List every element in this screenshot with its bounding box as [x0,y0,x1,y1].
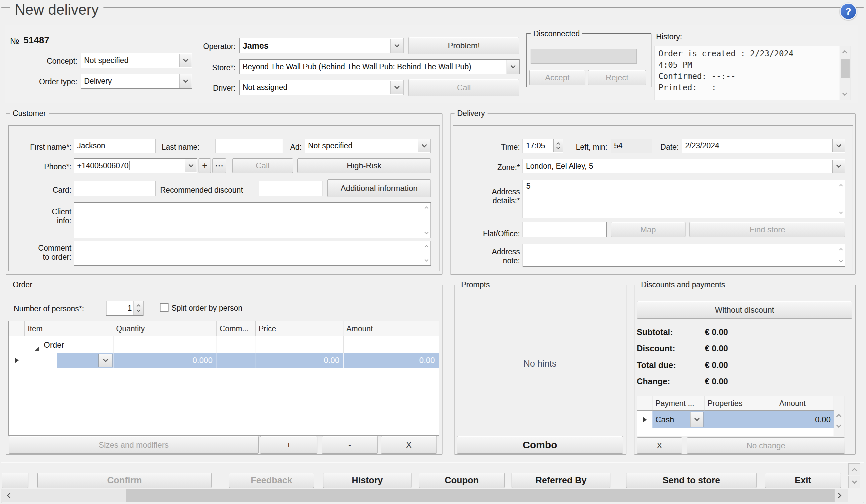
no-change-button[interactable]: No change [687,437,845,454]
order-col-quantity[interactable]: Quantity [113,321,216,336]
card-field[interactable] [74,181,156,196]
form-scroll-up[interactable] [848,463,860,476]
send-to-store-button[interactable]: Send to store [626,473,756,488]
store-select[interactable]: Beyond The Wall Pub (Behind The Wall Pub… [239,59,520,75]
persons-spinner[interactable]: 1 [106,301,144,316]
first-name-field[interactable]: Jackson [74,139,156,153]
scroll-up-icon[interactable] [842,50,848,56]
time-spinner[interactable]: 17:05 [523,139,563,153]
row-selector[interactable] [9,353,25,368]
history-scroll-thumb[interactable] [841,59,850,78]
partial-button[interactable] [2,473,29,488]
order-type-select[interactable]: Delivery [81,74,192,89]
price-cell[interactable]: 0.00 [256,353,343,368]
chevron-down-icon[interactable] [418,139,430,152]
sizes-modifiers-button[interactable]: Sizes and modifiers [9,436,259,454]
spinner-icons[interactable] [553,139,563,152]
chevron-down-icon[interactable] [507,60,519,74]
without-discount-button[interactable]: Without discount [637,301,852,319]
split-order-checkbox[interactable] [160,303,168,312]
map-button[interactable]: Map [611,222,686,237]
more-phone-button[interactable]: ⋯ [212,158,226,173]
scroll-down-icon[interactable] [842,91,848,96]
payment-properties-cell[interactable] [704,411,776,428]
payment-row-selector[interactable] [637,411,653,428]
chevron-down-icon[interactable] [185,159,197,172]
driver-call-button[interactable]: Call [409,79,519,96]
payment-col-method[interactable]: Payment ... [652,396,704,411]
concept-label: Concept: [20,57,77,66]
date-select[interactable]: 2/23/2024 [682,139,845,153]
recommended-discount-field[interactable] [259,181,322,196]
customer-legend: Customer [10,109,49,118]
zone-select[interactable]: London, Eel Alley, 5 [523,159,845,173]
confirm-button[interactable]: Confirm [37,473,212,488]
tree-expander-icon[interactable] [34,341,39,347]
quantity-cell[interactable]: 0.000 [113,353,216,368]
horizontal-scroll-thumb[interactable] [126,489,835,502]
history-box[interactable]: Order is created : 2/23/2024 4:05 PM Con… [654,46,851,100]
payment-method-cell[interactable]: Cash [652,411,704,428]
feedback-button[interactable]: Feedback [229,473,314,488]
problem-button[interactable]: Problem! [409,37,519,54]
scroll-up-icon [424,206,428,210]
item-cell[interactable] [57,353,113,368]
operator-select[interactable]: James [239,38,403,53]
comment-textarea[interactable] [74,241,431,266]
history-button[interactable]: History [323,473,411,488]
additional-information-button[interactable]: Additional information [327,179,431,197]
comment-cell[interactable] [217,353,256,368]
coupon-button[interactable]: Coupon [419,473,504,488]
reject-button[interactable]: Reject [588,70,646,85]
payments-scrollbar[interactable] [834,396,845,436]
horizontal-scrollbar[interactable] [1,489,848,502]
scroll-up-icon[interactable] [836,414,842,419]
chevron-down-icon[interactable] [390,39,403,53]
order-table[interactable]: Item Quantity Comm... Price Amount Order… [8,321,439,436]
payment-combo-button[interactable] [690,412,703,427]
combo-button[interactable]: Combo [457,436,623,454]
customer-call-button[interactable]: Call [232,158,293,173]
order-col-item[interactable]: Item [25,321,113,336]
scroll-left-icon[interactable] [7,493,12,498]
delete-item-button[interactable]: X [381,436,437,454]
accept-button[interactable]: Accept [529,70,585,85]
find-store-button[interactable]: Find store [689,222,845,237]
scroll-right-icon[interactable] [836,493,842,498]
client-info-textarea[interactable] [74,202,431,238]
history-scrollbar[interactable] [840,46,851,100]
add-item-button[interactable]: + [260,436,318,454]
high-risk-button[interactable]: High-Risk [297,158,431,173]
order-col-amount[interactable]: Amount [343,321,439,336]
order-col-comment[interactable]: Comm... [216,321,256,336]
driver-select[interactable]: Not assigned [239,80,403,95]
phone-field[interactable]: +14005006070 [74,158,197,173]
payments-table[interactable]: Payment ... Properties Amount Cash 0.00 [637,396,845,436]
order-group-row-label[interactable]: Order [44,340,64,350]
chevron-down-icon[interactable] [832,160,845,173]
help-icon[interactable]: ? [840,3,857,20]
spinner-icons[interactable] [133,301,143,315]
payment-col-properties[interactable]: Properties [704,396,776,411]
form-scroll-down[interactable] [848,476,860,488]
order-col-price[interactable]: Price [256,321,343,336]
remove-item-button[interactable]: - [322,436,378,454]
add-phone-button[interactable]: + [199,158,211,173]
chevron-down-icon[interactable] [832,139,845,152]
chevron-down-icon[interactable] [390,81,403,94]
payment-col-amount[interactable]: Amount [776,396,834,411]
referred-by-button[interactable]: Referred By [512,473,610,488]
item-combo-button[interactable] [98,354,112,367]
clear-payment-button[interactable]: X [637,437,682,454]
address-note-textarea[interactable] [523,244,845,267]
amount-cell[interactable]: 0.00 [344,353,439,368]
address-details-textarea[interactable]: 5 [523,180,845,218]
scroll-down-icon[interactable] [836,423,842,428]
exit-button[interactable]: Exit [765,473,841,488]
order-number-value: 51487 [23,36,49,45]
ad-select[interactable]: Not specified [305,139,431,153]
flat-office-field[interactable] [523,222,607,237]
concept-select[interactable]: Not specified [81,53,192,68]
payment-amount-cell[interactable]: 0.00 [776,411,834,428]
order-col-selector [9,321,25,336]
